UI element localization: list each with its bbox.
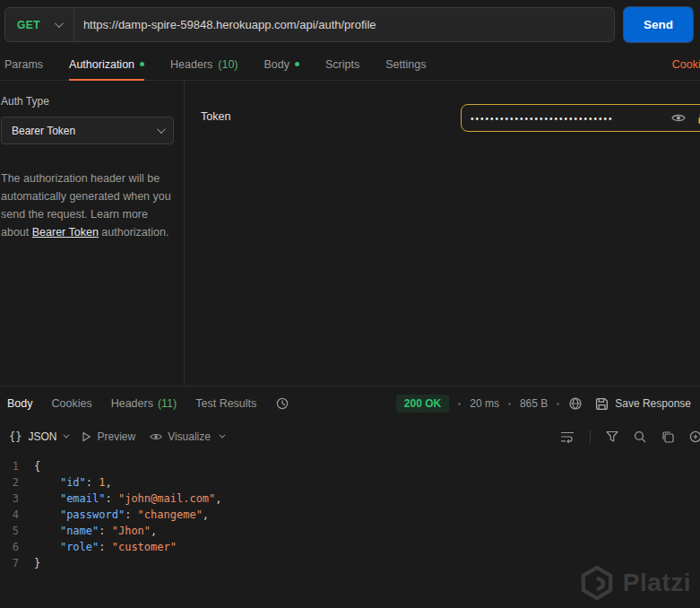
token-label: Token — [201, 110, 230, 123]
response-tab-body[interactable]: Body — [7, 397, 33, 410]
toolbar-divider — [590, 430, 591, 443]
platzi-logo-icon — [580, 565, 614, 601]
line-number: 2 — [0, 474, 34, 491]
response-time[interactable]: 20 ms — [470, 397, 499, 410]
code-line: 5 "name": "Jhon", — [0, 523, 700, 539]
separator-dot — [557, 403, 559, 405]
response-toolbar: {} JSON Preview Visualize — [0, 421, 700, 452]
visualize-button[interactable]: Visualize — [150, 430, 223, 443]
auth-type-label: Auth Type — [1, 95, 175, 108]
line-number: 3 — [0, 491, 34, 507]
method-label: GET — [17, 19, 40, 31]
more-options-icon[interactable] — [689, 430, 700, 443]
line-number: 4 — [0, 507, 34, 523]
line-number: 5 — [0, 523, 34, 539]
bearer-token-link[interactable]: Bearer Token — [32, 226, 99, 239]
network-info-icon[interactable] — [568, 396, 583, 411]
search-icon[interactable] — [634, 430, 646, 443]
authorization-panel: Auth Type Bearer Token The authorization… — [0, 81, 700, 386]
response-section: Body Cookies Headers(11) Test Results 20… — [0, 386, 700, 571]
save-response-button[interactable]: Save Response — [595, 397, 691, 411]
copy-icon[interactable] — [661, 430, 674, 443]
format-select[interactable]: {} JSON — [9, 430, 67, 443]
tab-settings[interactable]: Settings — [385, 49, 426, 80]
response-history-icon[interactable] — [275, 396, 290, 411]
send-button[interactable]: Send — [624, 7, 693, 42]
code-line: 6 "role": "customer" — [0, 539, 700, 555]
token-panel: Token ••••••••••••••••••••••••••••• — [185, 81, 700, 386]
auth-type-value: Bearer Token — [12, 125, 75, 137]
response-tab-cookies[interactable]: Cookies — [52, 397, 92, 410]
visualize-icon — [150, 431, 162, 442]
separator-dot — [458, 403, 461, 405]
platzi-watermark: Platzi — [580, 565, 691, 601]
token-masked-value: ••••••••••••••••••••••••••••• — [471, 113, 614, 124]
auth-type-select[interactable]: Bearer Token — [1, 117, 174, 144]
response-body[interactable]: 1{2 "id": 1,3 "email": "john@mail.com",4… — [0, 452, 700, 571]
token-input[interactable]: ••••••••••••••••••••••••••••• — [461, 104, 700, 132]
tab-authorization[interactable]: Authorization — [69, 49, 144, 80]
chevron-down-icon — [64, 432, 70, 439]
code-line: 4 "password": "changeme", — [0, 507, 700, 523]
chevron-down-icon — [55, 19, 64, 28]
tab-params[interactable]: Params — [4, 49, 43, 80]
code-line: 3 "email": "john@mail.com", — [0, 491, 700, 507]
watermark-text: Platzi — [623, 569, 691, 597]
code-line: 2 "id": 1, — [0, 474, 700, 491]
save-icon — [595, 397, 609, 411]
line-number: 7 — [0, 555, 34, 571]
chevron-down-icon — [219, 432, 225, 439]
code-line: 1{ — [0, 458, 700, 474]
chevron-down-icon — [157, 125, 166, 134]
cookies-link[interactable]: Cookies — [672, 58, 700, 71]
tab-scripts[interactable]: Scripts — [325, 49, 359, 80]
line-number: 6 — [0, 539, 34, 555]
response-header: Body Cookies Headers(11) Test Results 20… — [0, 387, 700, 421]
auth-type-panel: Auth Type Bearer Token The authorization… — [0, 81, 185, 386]
show-token-icon[interactable] — [671, 112, 686, 124]
filter-icon[interactable] — [606, 430, 618, 442]
url-input[interactable] — [74, 18, 614, 31]
response-tab-headers[interactable]: Headers(11) — [111, 397, 177, 410]
line-number: 1 — [0, 458, 34, 474]
tab-headers[interactable]: Headers (10) — [170, 49, 238, 80]
toolbar-right-actions — [560, 430, 691, 443]
response-meta: 200 OK 20 ms 865 B Save Response — [396, 395, 691, 413]
method-selector[interactable]: GET — [5, 8, 74, 41]
response-size[interactable]: 865 B — [520, 397, 548, 410]
wrap-text-icon[interactable] — [560, 430, 575, 443]
play-icon — [82, 431, 91, 442]
preview-button[interactable]: Preview — [82, 430, 135, 443]
request-tabs: Params Authorization Headers (10) Body S… — [0, 49, 700, 81]
headers-count: (10) — [218, 58, 238, 71]
separator-dot — [508, 403, 511, 405]
auth-description: The authorization header will be automat… — [1, 169, 173, 241]
status-badge[interactable]: 200 OK — [396, 395, 449, 413]
tab-body[interactable]: Body — [264, 49, 300, 80]
body-dot — [295, 62, 299, 66]
response-headers-count: (11) — [158, 397, 177, 410]
authorization-dot — [140, 62, 144, 66]
braces-icon: {} — [9, 430, 22, 443]
request-bar: GET Send — [0, 0, 700, 49]
response-tab-test-results[interactable]: Test Results — [195, 397, 256, 410]
url-bar: GET — [4, 7, 615, 42]
